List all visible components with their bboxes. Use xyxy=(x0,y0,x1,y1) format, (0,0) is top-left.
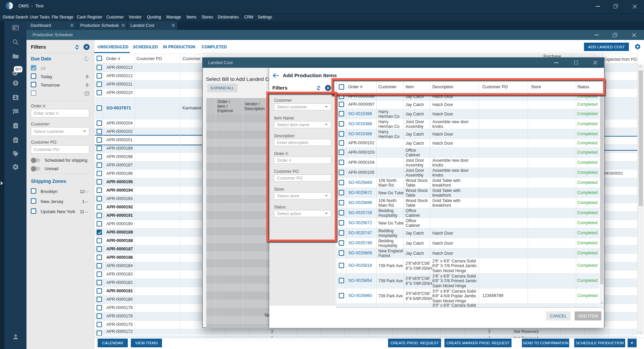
svg-text:$: $ xyxy=(14,81,17,85)
svg-text:?: ? xyxy=(15,124,17,128)
